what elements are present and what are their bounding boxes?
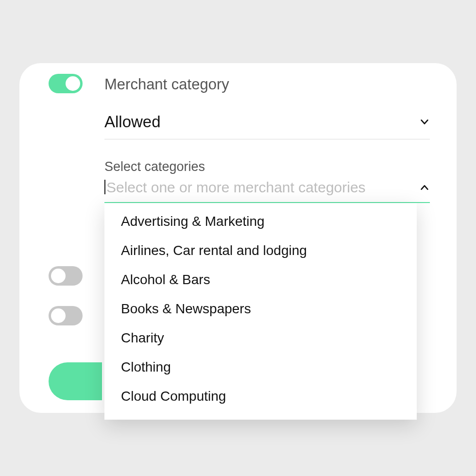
chevron-down-icon <box>419 117 430 127</box>
dropdown-option[interactable]: Airlines, Car rental and lodging <box>109 236 412 265</box>
categories-dropdown[interactable]: Advertising & Marketing Airlines, Car re… <box>104 203 417 420</box>
toggle-knob <box>51 308 66 323</box>
extra-toggle-2[interactable] <box>49 306 83 325</box>
dropdown-option[interactable]: Cloud Computing <box>109 382 412 411</box>
dropdown-option[interactable]: Alcohol & Bars <box>109 265 412 294</box>
dropdown-option[interactable]: Charity <box>109 323 412 353</box>
categories-select[interactable] <box>104 179 430 203</box>
policy-select-value: Allowed <box>104 113 161 131</box>
primary-action-button[interactable] <box>49 362 102 400</box>
stage: Merchant category Allowed Select categor… <box>0 0 476 476</box>
toggle-knob <box>66 76 80 91</box>
chevron-up-icon <box>419 182 430 193</box>
dropdown-option[interactable]: Advertising & Marketing <box>109 207 412 236</box>
categories-label: Select categories <box>104 159 205 174</box>
merchant-category-title: Merchant category <box>104 76 229 93</box>
extra-toggle-1[interactable] <box>49 266 83 286</box>
merchant-category-toggle[interactable] <box>49 74 83 93</box>
policy-select[interactable]: Allowed <box>104 113 430 139</box>
dropdown-option[interactable]: Clothing <box>109 353 412 382</box>
text-caret <box>104 180 105 194</box>
categories-input[interactable] <box>104 179 419 196</box>
dropdown-option[interactable]: Books & Newspapers <box>109 294 412 323</box>
toggle-knob <box>51 269 66 283</box>
settings-card: Merchant category Allowed Select categor… <box>19 63 457 413</box>
